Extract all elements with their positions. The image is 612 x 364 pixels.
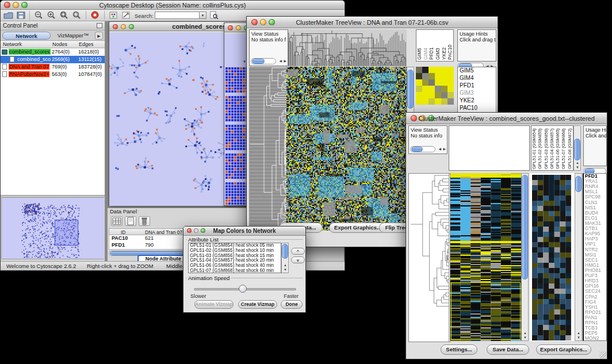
- column-label[interactable]: GPL51-06 (GSM865): [555, 126, 561, 170]
- zoom-in-icon[interactable]: [47, 11, 56, 20]
- save-icon[interactable]: [16, 11, 26, 20]
- gene-list-item[interactable]: PAC10: [458, 105, 496, 112]
- edit-network-icon[interactable]: [121, 11, 131, 20]
- row-dendrogram-canvas[interactable]: [249, 67, 286, 231]
- resize-grip[interactable]: [599, 351, 606, 358]
- scroll-up-arrow[interactable]: ▲: [576, 161, 579, 165]
- scroll-down-arrow[interactable]: ▼: [577, 336, 580, 340]
- dialog-title: Map Colors to Network: [183, 228, 305, 234]
- new-attribute-icon[interactable]: [125, 216, 136, 226]
- network-row[interactable]: combined_scores 2764(0) 16218(0): [1, 48, 105, 56]
- scroll-up-arrow[interactable]: ▲: [577, 331, 580, 335]
- status-hscrollbar[interactable]: [410, 146, 435, 152]
- gene-list-item[interactable]: MON2: [584, 336, 606, 341]
- export-graphics-button[interactable]: Export Graphics...: [329, 223, 387, 233]
- dialog-titlebar[interactable]: Map Colors to Network: [183, 227, 305, 236]
- tab-network[interactable]: Network: [2, 32, 51, 40]
- treeview2-titlebar[interactable]: ClusterMaker TreeView : combined_scores_…: [406, 113, 607, 124]
- gene-list-item[interactable]: GIM5: [458, 67, 496, 75]
- heatmap2-vscrollbar[interactable]: ▲ ▼: [521, 173, 529, 341]
- column-label[interactable]: YKE2: [441, 30, 447, 61]
- tab-overflow-arrow[interactable]: ▶: [95, 32, 103, 40]
- scroll-right-arrow[interactable]: ▶: [443, 147, 446, 151]
- gene-list-item[interactable]: GIM4: [458, 75, 496, 82]
- overview-canvas[interactable]: [2, 198, 104, 259]
- attribute-list-item[interactable]: GPL51-07 (GSM868) heat shock 60 min: [189, 269, 281, 273]
- status-hscrollbar[interactable]: [251, 58, 276, 64]
- labels-vscrollbar[interactable]: ▲ ▼: [573, 125, 581, 171]
- column-label[interactable]: GPL51-07 (GSM868): [561, 126, 567, 170]
- tab-vizmapper[interactable]: VizMapper™: [52, 32, 94, 40]
- done-button[interactable]: Done: [281, 300, 303, 309]
- scroll-thumb[interactable]: [252, 59, 265, 64]
- scroll-right-arrow[interactable]: ▶: [284, 59, 286, 63]
- heatmap2-canvas[interactable]: [450, 173, 521, 341]
- scroll-left-arrow[interactable]: ◀: [279, 59, 282, 63]
- minimize-button[interactable]: [236, 25, 241, 30]
- column-label[interactable]: GIM4: [423, 30, 429, 61]
- scroll-thumb[interactable]: [407, 70, 414, 109]
- zoom-selected-icon[interactable]: [72, 11, 82, 20]
- row-dendrogram2-canvas[interactable]: [408, 173, 450, 342]
- attribute-list-vscrollbar[interactable]: ▲ ▼: [281, 243, 289, 273]
- network-row[interactable]: combined_sco 2569(6) 13112(15): [1, 56, 105, 63]
- scroll-down-arrow[interactable]: ▼: [523, 336, 527, 340]
- scroll-down-arrow[interactable]: ▼: [284, 268, 287, 272]
- main-titlebar[interactable]: Cytoscape Desktop (Session Name: collins…: [1, 1, 345, 10]
- column-label[interactable]: GIM5: [416, 30, 423, 61]
- column-label[interactable]: GPL51-02 (GSM855): [537, 126, 543, 170]
- network-overview-panel[interactable]: [1, 197, 104, 259]
- column-label[interactable]: GPL51-01 (GSM854): [531, 126, 537, 170]
- column-label[interactable]: GPL51-08 (GSM872): [567, 126, 573, 170]
- network-row[interactable]: RNAPuberNov2+ 563(0) 107847(0): [1, 71, 105, 78]
- float-panel-icon[interactable]: [97, 23, 102, 28]
- scroll-thumb[interactable]: [282, 244, 288, 259]
- search-input[interactable]: [155, 12, 200, 19]
- treeview1-titlebar[interactable]: ClusterMaker TreeView : DNA and Tran 07-…: [247, 17, 498, 28]
- zoom-heatmap-canvas[interactable]: [530, 173, 575, 341]
- scroll-down-arrow[interactable]: ▼: [576, 166, 579, 170]
- column-label[interactable]: PAC10: [447, 30, 453, 61]
- move-up-button[interactable]: ^: [291, 248, 305, 255]
- slider-thumb[interactable]: [239, 285, 247, 293]
- gene-list-item[interactable]: PFD1: [458, 82, 496, 90]
- search-dropdown-arrow[interactable]: ▼: [199, 12, 206, 19]
- close-button[interactable]: [228, 25, 233, 30]
- delete-attribute-trash-icon[interactable]: [139, 216, 150, 226]
- scroll-thumb[interactable]: [574, 139, 580, 160]
- scroll-up-arrow[interactable]: ▲: [523, 331, 527, 335]
- open-file-icon[interactable]: [3, 11, 13, 20]
- plugin-grid-icon[interactable]: [109, 11, 118, 20]
- column-labels: GIM5GIM4PFD1GIM3YKE2PAC10: [416, 30, 453, 61]
- save-data-button[interactable]: Save Data...: [487, 344, 529, 355]
- similarity-matrix-canvas[interactable]: [416, 67, 454, 105]
- network-row[interactable]: DNA and Tran 07 769(0) 183728(0): [1, 63, 105, 71]
- column-label[interactable]: PFD1: [429, 30, 435, 61]
- column-label[interactable]: GIM3: [435, 30, 441, 61]
- attribute-table-icon[interactable]: [111, 216, 123, 226]
- zoom-out-icon[interactable]: [34, 11, 44, 20]
- column-dendrogram-canvas[interactable]: [288, 29, 407, 66]
- column-label[interactable]: GPL51-04 (GSM857): [549, 126, 555, 170]
- export-graphics-button[interactable]: Export Graphics...: [536, 344, 591, 355]
- scroll-up-arrow[interactable]: ▲: [284, 263, 287, 267]
- view-status-panel: View Status No status info ◀ ▶: [408, 125, 447, 154]
- gene-list-item[interactable]: YKE2: [458, 97, 496, 105]
- advanced-search-icon[interactable]: [209, 11, 219, 20]
- animation-speed-label: Animation Speed: [187, 275, 231, 281]
- scroll-thumb[interactable]: [411, 147, 423, 152]
- scroll-thumb[interactable]: [575, 176, 582, 192]
- zoomview-vscrollbar[interactable]: ▲ ▼: [575, 173, 582, 341]
- settings-button[interactable]: Settings...: [441, 344, 477, 355]
- scroll-left-arrow[interactable]: ◀: [438, 147, 441, 151]
- help-lifesaver-icon[interactable]: [90, 11, 100, 20]
- column-dendrogram-area[interactable]: [449, 125, 530, 171]
- move-down-button[interactable]: v: [291, 256, 305, 263]
- heatmap-canvas[interactable]: [286, 67, 407, 231]
- create-vizmap-button[interactable]: Create Vizmap: [238, 300, 277, 309]
- column-label[interactable]: GPL51-03 (GSM856): [544, 126, 549, 170]
- zoom-fit-icon[interactable]: [59, 11, 69, 20]
- scroll-thumb[interactable]: [522, 175, 528, 279]
- gene-list-item[interactable]: GIM3: [458, 90, 496, 97]
- animate-vizmap-button[interactable]: Animate Vizmap: [194, 300, 234, 309]
